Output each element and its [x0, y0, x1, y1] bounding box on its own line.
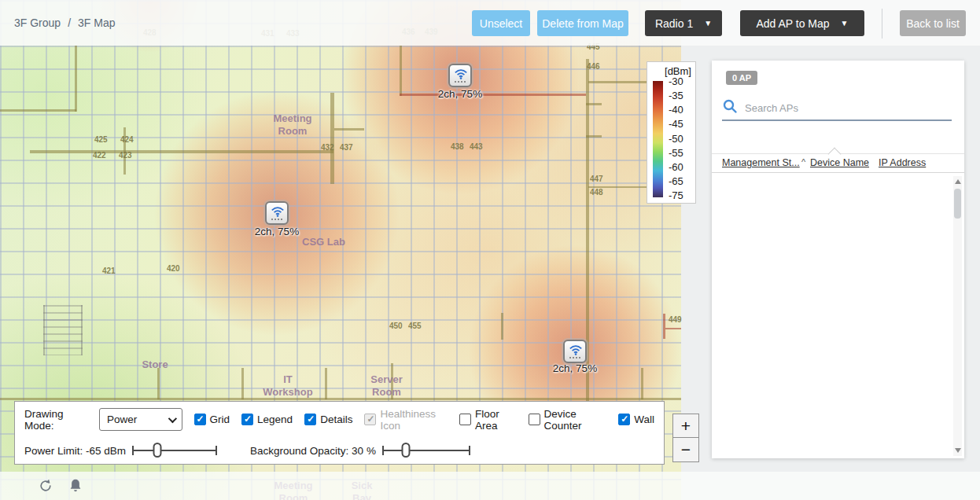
wall-segment	[641, 368, 643, 399]
checkbox-grid[interactable]: Grid	[194, 414, 230, 425]
wall-segment	[334, 128, 364, 131]
legend-tick: -40	[669, 104, 683, 116]
checkbox-device-counter[interactable]: Device Counter	[529, 408, 607, 432]
zoom-in-button[interactable]: +	[673, 414, 698, 438]
wall-segment	[400, 46, 402, 96]
legend-color-scale	[653, 81, 663, 197]
checkbox-legend-label: Legend	[257, 414, 293, 425]
power-limit-slider[interactable]	[132, 443, 217, 458]
background-opacity-label: Background Opacity: 30 %	[250, 445, 376, 457]
ap-count-badge: 0 AP	[726, 71, 757, 85]
wall-segment	[586, 59, 589, 443]
ap-marker-1[interactable]	[448, 64, 472, 87]
column-management-state[interactable]: Management St...	[722, 157, 800, 168]
search-input[interactable]	[745, 102, 952, 114]
unselect-button[interactable]: Unselect	[472, 10, 530, 36]
chevron-down-icon	[168, 414, 176, 422]
wall-segment	[663, 314, 665, 339]
dbm-legend: [dBm] -30 -35 -40 -45 -50 -55 -60 -65 -7…	[647, 61, 696, 204]
background-opacity-slider[interactable]	[382, 443, 470, 458]
room-number: 447	[590, 175, 603, 183]
back-to-list-button[interactable]: Back to list	[900, 10, 966, 36]
toolbar-divider	[882, 9, 882, 39]
map-zoom-control: + −	[672, 414, 699, 462]
checkbox-floor-area-box	[459, 414, 471, 425]
column-device-name[interactable]: Device Name	[810, 157, 869, 168]
checkbox-healthiness-icon: Healthiness Icon	[364, 408, 448, 432]
checkbox-wall-label: Wall	[634, 414, 654, 425]
checkbox-wall[interactable]: Wall	[618, 414, 654, 425]
room-number: 421	[102, 267, 116, 275]
notification-bell-icon[interactable]	[68, 478, 83, 497]
ap-ports-dots	[569, 357, 580, 358]
room-number: 450	[389, 322, 403, 330]
legend-tick: -30	[669, 75, 683, 87]
sort-ascending-icon[interactable]: ^	[801, 157, 805, 167]
map-controls-panel: Drawing Mode: Power Grid Legend Details …	[14, 401, 665, 465]
scrollbar-down-arrow[interactable]	[955, 448, 961, 453]
room-label-it-workshop: IT Workshop	[260, 373, 316, 399]
checkbox-grid-box	[194, 414, 206, 425]
checkbox-details[interactable]: Details	[304, 414, 352, 425]
checkbox-floor-area[interactable]: Floor Area	[459, 408, 517, 432]
ap-marker-2[interactable]	[265, 201, 289, 225]
search-icon	[722, 98, 745, 117]
checkbox-device-counter-box	[529, 414, 540, 425]
wall-segment	[325, 368, 327, 399]
slider-end-tick	[469, 446, 470, 455]
wall-segment	[586, 103, 602, 105]
breadcrumb-separator: /	[68, 17, 71, 29]
add-ap-to-map-dropdown[interactable]: Add AP to Map ▼	[740, 10, 864, 36]
room-number: 446	[587, 62, 600, 71]
legend-tick: -55	[669, 147, 683, 159]
checkbox-legend[interactable]: Legend	[241, 414, 293, 425]
wall-segment	[665, 328, 681, 329]
scrollbar-up-arrow[interactable]	[955, 179, 961, 184]
ap-list-panel: 0 AP Management St... ^ Device Name IP A…	[712, 61, 964, 458]
background-opacity-slider-thumb[interactable]	[402, 443, 411, 458]
power-limit-slider-thumb[interactable]	[153, 443, 162, 458]
refresh-icon[interactable]	[38, 478, 53, 497]
scrollbar-thumb[interactable]	[954, 189, 961, 219]
checkbox-details-label: Details	[320, 414, 352, 425]
drawing-mode-label: Drawing Mode:	[24, 408, 87, 432]
checkbox-healthiness-label: Healthiness Icon	[380, 408, 448, 432]
ap-label: 2ch, 75%	[425, 88, 496, 100]
legend-tick: -65	[669, 175, 683, 187]
checkbox-legend-box	[241, 414, 253, 425]
slider-end-tick	[216, 446, 217, 455]
room-number: 420	[167, 264, 180, 273]
column-ip-address[interactable]: IP Address	[879, 157, 926, 168]
wall-segment	[501, 313, 503, 340]
slider-track	[382, 450, 470, 451]
wall-segment	[0, 398, 681, 400]
panel-scrollbar[interactable]	[953, 176, 962, 456]
room-label-store: Store	[135, 358, 175, 371]
footer-strip	[0, 472, 980, 500]
wall-segment	[330, 93, 334, 184]
room-number: 437	[340, 143, 353, 152]
ap-label: 2ch, 75%	[241, 226, 312, 237]
power-limit-label: Power Limit: -65 dBm	[24, 445, 126, 457]
room-number: 448	[590, 188, 603, 197]
room-number: 424	[120, 135, 134, 144]
legend-tick: -35	[669, 90, 683, 101]
delete-from-map-button[interactable]: Delete from Map	[537, 10, 628, 36]
radio-select-dropdown[interactable]: Radio 1 ▼	[645, 10, 722, 36]
breadcrumb-current-page: 3F Map	[78, 17, 115, 29]
drawing-mode-select[interactable]: Power	[99, 408, 182, 431]
breadcrumb-group-link[interactable]: 3F Group	[14, 17, 61, 29]
checkbox-healthiness-box	[364, 414, 376, 425]
zoom-out-button[interactable]: −	[673, 438, 698, 461]
room-number: 449	[669, 315, 682, 324]
checkbox-grid-label: Grid	[210, 414, 230, 425]
stairs-symbol	[43, 305, 83, 355]
legend-tick: -50	[669, 133, 683, 145]
checkbox-details-box	[304, 414, 316, 425]
wall-segment	[586, 135, 602, 138]
search-row	[722, 96, 952, 119]
slider-track	[132, 450, 217, 451]
legend-tick: -75	[669, 189, 683, 201]
ap-marker-3[interactable]	[563, 340, 587, 363]
wall-segment	[0, 109, 76, 112]
